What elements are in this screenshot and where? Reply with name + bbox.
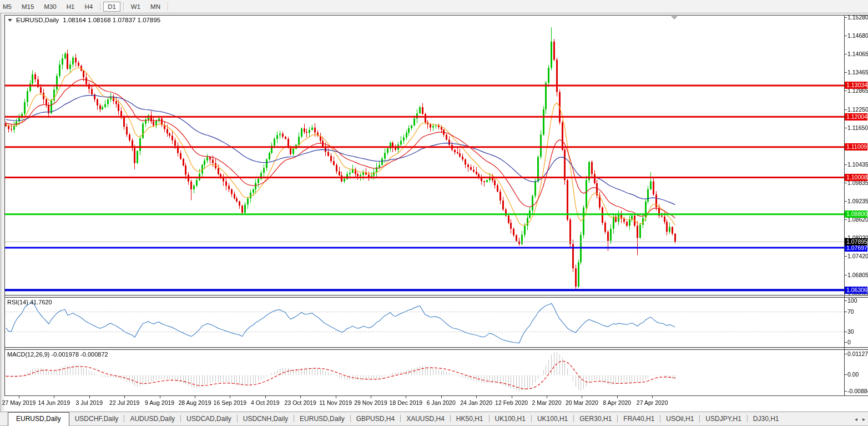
date-label: 23 Oct 2019 xyxy=(285,399,316,406)
date-label: 27 Apr 2020 xyxy=(637,399,668,406)
screen: M5M15M30H1H4D1W1MN EURUSD,Daily 1.08164 … xyxy=(0,0,868,426)
hline-price-label: 1.06306 xyxy=(845,287,867,294)
rsi-axis-label: 0 xyxy=(847,339,851,345)
timeframe-button-m15[interactable]: M15 xyxy=(17,2,38,12)
timeframe-button-m5[interactable]: M5 xyxy=(0,2,16,12)
price-axis-tick: 1.09235 xyxy=(847,198,868,204)
macd-name: MACD(12,26,9) xyxy=(7,351,49,358)
price-axis-tick: 1.14680 xyxy=(847,32,868,39)
date-label: 3 Jul 2019 xyxy=(76,399,103,406)
macd-axis-label: -0.008845 xyxy=(847,388,868,394)
bid-price-label: 1.07895 xyxy=(845,238,867,245)
timeframe-button-h1[interactable]: H1 xyxy=(62,2,79,12)
price-axis-tick: 1.10435 xyxy=(847,161,868,168)
timeframe-button-w1[interactable]: W1 xyxy=(127,2,145,12)
price-axis-tick: 1.11650 xyxy=(847,124,868,131)
hline-price-label: 1.08800 xyxy=(845,211,867,218)
date-label: 18 Dec 2019 xyxy=(390,399,423,406)
timeframe-button-d1[interactable]: D1 xyxy=(103,2,120,12)
tab-bar: EURUSD,DailyUSDCHF,DailyAUDUSD,DailyUSDC… xyxy=(0,412,868,426)
date-label: 24 Jan 2020 xyxy=(460,399,492,406)
date-label: 29 Nov 2019 xyxy=(354,399,387,406)
date-label: 9 Aug 2019 xyxy=(145,399,174,406)
price-axis-tick: 1.07420 xyxy=(847,253,868,259)
chart-ohlc-values: 1.08164 1.08168 1.07837 1.07895 xyxy=(63,17,160,23)
date-label: 4 Oct 2019 xyxy=(251,399,279,406)
symbol-tab-6[interactable]: GBPUSD,H4 xyxy=(351,413,400,426)
timeframe-button-m30[interactable]: M30 xyxy=(39,2,60,12)
date-label: 22 Jul 2019 xyxy=(109,399,139,406)
chart-canvas[interactable] xyxy=(0,13,868,412)
symbol-tab-2[interactable]: AUDUSD,Daily xyxy=(124,413,180,426)
hline-price-label: 1.11009 xyxy=(845,143,867,151)
chart-symbol-period: EURUSD,Daily xyxy=(16,17,59,23)
symbol-tab-12[interactable]: FRA40,H1 xyxy=(618,413,660,426)
chart-title: EURUSD,Daily 1.08164 1.08168 1.07837 1.0… xyxy=(8,17,160,23)
price-axis-tick: 1.15280 xyxy=(847,14,868,21)
chart-collapse-arrow-icon[interactable] xyxy=(8,19,12,22)
timeframe-button-h4[interactable]: H4 xyxy=(80,2,97,12)
rsi-value: 41.7620 xyxy=(30,299,52,305)
date-label: 6 Jan 2020 xyxy=(427,399,456,406)
tab-scroll-left-icon[interactable]: ◂ xyxy=(855,416,857,422)
symbol-tab-15[interactable]: DJ30,H1 xyxy=(748,413,785,426)
price-axis-tick: 1.13465 xyxy=(847,69,868,76)
date-label: 11 Nov 2019 xyxy=(319,399,352,406)
date-label: 16 Sep 2019 xyxy=(214,399,247,406)
date-label: 27 May 2019 xyxy=(2,399,36,406)
macd-indicator-label: MACD(12,26,9) -0.001978 -0.000872 xyxy=(7,351,108,358)
rsi-axis-label: 30 xyxy=(847,328,854,335)
date-label: 8 Apr 2020 xyxy=(603,399,631,406)
toolbar-separator xyxy=(100,2,100,11)
date-label: 14 Jun 2019 xyxy=(38,399,70,406)
date-label: 12 Feb 2020 xyxy=(495,399,528,406)
hline-price-label: 1.12004 xyxy=(845,113,867,121)
symbol-tab-9[interactable]: UK100,H1 xyxy=(489,413,531,426)
rsi-axis-label: 70 xyxy=(847,308,854,315)
hline-price-label: 1.10008 xyxy=(845,174,867,181)
timeframe-buttons: M5M15M30H1H4D1W1MN xyxy=(0,0,170,13)
symbol-tab-14[interactable]: USDJPY,H1 xyxy=(700,413,746,426)
macd-axis-label: 0.00 xyxy=(847,371,859,378)
symbol-tab-5[interactable]: EURUSD,Daily xyxy=(294,413,350,426)
symbol-tab-0[interactable]: EURUSD,Daily xyxy=(8,412,69,426)
tab-scroll-arrows: ◂ ▸ xyxy=(855,416,865,422)
price-axis-tick: 1.14065 xyxy=(847,51,868,57)
symbol-tab-11[interactable]: GER30,H1 xyxy=(574,413,617,426)
symbol-tab-1[interactable]: USDCHF,Daily xyxy=(69,413,124,426)
date-label: 20 Mar 2020 xyxy=(566,399,598,406)
symbol-tab-3[interactable]: USDCAD,Daily xyxy=(181,413,237,426)
toolbar-separator xyxy=(168,2,168,11)
timeframe-button-mn[interactable]: MN xyxy=(146,2,165,12)
symbol-tab-10[interactable]: UK100,H1 xyxy=(532,413,573,426)
symbol-tab-4[interactable]: USDCNH,Daily xyxy=(238,413,294,426)
symbol-tab-13[interactable]: USOil,H1 xyxy=(660,413,699,426)
timeframe-toolbar: M5M15M30H1H4D1W1MN xyxy=(0,0,868,13)
macd-axis-label: 0.011277 xyxy=(847,350,868,357)
rsi-name: RSI(14) xyxy=(7,299,28,305)
symbol-tab-8[interactable]: HK50,H1 xyxy=(451,413,489,426)
rsi-axis-label: 100 xyxy=(847,297,857,304)
rsi-indicator-label: RSI(14) 41.7620 xyxy=(7,299,52,305)
price-axis-tick: 1.12250 xyxy=(847,106,868,113)
tab-scroll-right-icon[interactable]: ▸ xyxy=(862,416,865,422)
symbol-tab-7[interactable]: XAUUSD,H4 xyxy=(401,413,450,426)
hline-price-label: 1.13034 xyxy=(845,82,867,89)
date-label: 28 Aug 2019 xyxy=(179,399,211,406)
price-axis-tick: 1.06805 xyxy=(847,272,868,278)
toolbar-separator xyxy=(123,2,124,11)
date-label: 2 Mar 2020 xyxy=(532,399,561,406)
macd-values: -0.001978 -0.000872 xyxy=(51,351,108,358)
